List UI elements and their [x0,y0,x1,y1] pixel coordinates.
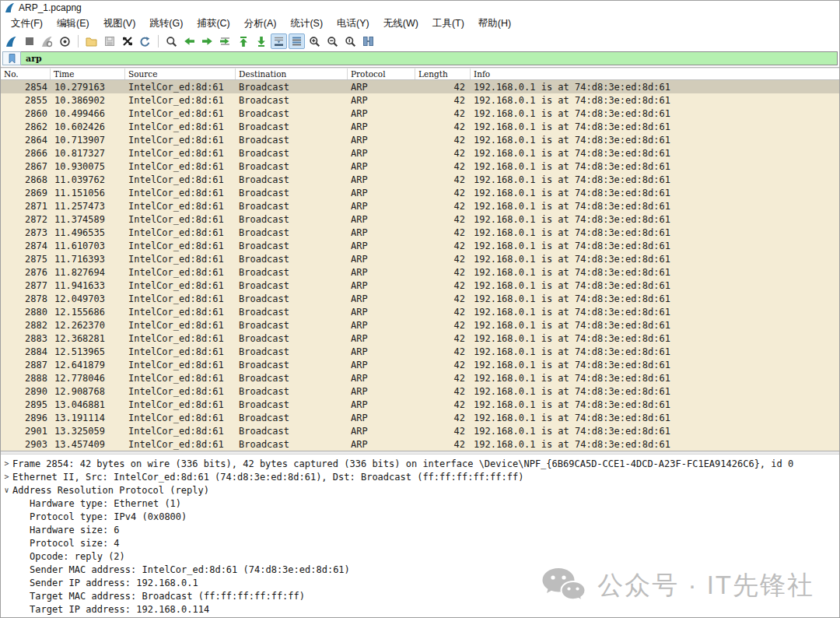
menu-item[interactable]: 跳转(G) [142,15,190,33]
cell-length: 42 [415,161,471,172]
start-capture-icon[interactable] [3,33,19,49]
close-file-icon[interactable] [119,33,135,49]
column-header-time[interactable]: Time [51,68,125,79]
packet-row[interactable]: 287311.496535IntelCor_ed:8d:61BroadcastA… [1,226,839,239]
reload-file-icon[interactable] [137,33,153,49]
capture-options-icon[interactable] [57,33,73,49]
cell-info: 192.168.0.1 is at 74:d8:3e:ed:8d:61 [471,121,839,132]
cell-length: 42 [415,293,471,304]
packet-row[interactable]: 287611.827694IntelCor_ed:8d:61BroadcastA… [1,265,839,279]
detail-line[interactable]: >Ethernet II, Src: IntelCor_ed:8d:61 (74… [1,470,839,483]
menu-item[interactable]: 无线(W) [376,15,425,33]
menu-item[interactable]: 视图(V) [96,15,143,33]
column-header-length[interactable]: Length [415,68,471,79]
packet-row[interactable]: 285410.279163IntelCor_ed:8d:61BroadcastA… [1,80,839,93]
packet-row[interactable]: 288412.513965IntelCor_ed:8d:61BroadcastA… [1,345,839,358]
packet-row[interactable]: 289513.046881IntelCor_ed:8d:61BroadcastA… [1,398,839,411]
column-header-info[interactable]: Info [471,68,839,79]
detail-line[interactable]: Opcode: reply (2) [1,550,839,563]
packet-row[interactable]: 287211.374589IntelCor_ed:8d:61BroadcastA… [1,212,839,226]
previous-packet-icon[interactable] [181,33,198,49]
menu-item[interactable]: 捕获(C) [190,15,236,33]
cell-time: 13.457409 [51,439,125,450]
packet-row[interactable]: 286710.930075IntelCor_ed:8d:61BroadcastA… [1,160,839,173]
cell-protocol: ARP [348,413,415,423]
save-file-icon[interactable] [101,33,117,49]
goto-packet-icon[interactable] [217,33,233,49]
toolbar-separator [78,35,79,47]
menu-item[interactable]: 工具(T) [425,15,471,33]
auto-scroll-icon[interactable] [271,33,287,49]
cell-destination: Broadcast [236,333,348,344]
detail-text: Protocol type: IPv4 (0x0800) [30,511,187,522]
detail-line[interactable]: Protocol type: IPv4 (0x0800) [1,510,839,523]
cell-info: 192.168.0.1 is at 74:d8:3e:ed:8d:61 [471,426,839,437]
display-filter-input[interactable]: arp [21,51,838,65]
zoom-out-icon[interactable] [324,33,341,49]
menu-item[interactable]: 编辑(E) [50,15,96,33]
find-packet-icon[interactable] [163,33,180,49]
watermark-text: 公众号 · IT先锋社 [597,568,814,603]
stop-capture-icon[interactable] [21,33,37,49]
packet-row[interactable]: 285510.386902IntelCor_ed:8d:61BroadcastA… [1,93,839,107]
detail-line[interactable]: Target IP address: 192.168.0.114 [1,602,839,616]
column-header-destination[interactable]: Destination [236,68,348,79]
column-header-no[interactable]: No. [1,68,51,79]
colorize-icon[interactable] [289,33,305,49]
chevron-right-icon[interactable]: > [1,472,12,481]
detail-line[interactable]: Hardware size: 6 [1,523,839,536]
menu-item[interactable]: 帮助(H) [471,15,518,33]
packet-row[interactable]: 290313.457409IntelCor_ed:8d:61BroadcastA… [1,437,839,451]
main-toolbar [1,32,839,51]
packet-row[interactable]: 288812.778046IntelCor_ed:8d:61BroadcastA… [1,371,839,384]
cell-source: IntelCor_ed:8d:61 [125,108,236,119]
packet-row[interactable]: 286410.713907IntelCor_ed:8d:61BroadcastA… [1,133,839,146]
restart-capture-icon[interactable] [39,33,55,49]
menu-item[interactable]: 电话(Y) [330,15,376,33]
column-header-source[interactable]: Source [125,68,236,79]
chevron-right-icon[interactable]: > [1,459,12,468]
packet-row[interactable]: 290113.325059IntelCor_ed:8d:61BroadcastA… [1,424,839,437]
zoom-original-icon[interactable] [342,33,359,49]
packet-row[interactable]: 287411.610703IntelCor_ed:8d:61BroadcastA… [1,239,839,252]
resize-columns-icon[interactable] [360,33,376,49]
packet-row[interactable]: 286811.039762IntelCor_ed:8d:61BroadcastA… [1,173,839,186]
cell-no: 2895 [1,399,51,410]
next-packet-icon[interactable] [199,33,215,49]
detail-line[interactable]: >Frame 2854: 42 bytes on wire (336 bits)… [1,457,839,470]
detail-text: Address Resolution Protocol (reply) [12,485,209,496]
detail-line[interactable]: Hardware type: Ethernet (1) [1,497,839,510]
packet-row[interactable]: 286210.602426IntelCor_ed:8d:61BroadcastA… [1,120,839,133]
packet-row[interactable]: 286911.151056IntelCor_ed:8d:61BroadcastA… [1,186,839,199]
cell-destination: Broadcast [236,413,348,423]
packet-row[interactable]: 287111.257473IntelCor_ed:8d:61BroadcastA… [1,199,839,212]
packet-row[interactable]: 289613.191114IntelCor_ed:8d:61BroadcastA… [1,411,839,424]
detail-line[interactable]: ∨Address Resolution Protocol (reply) [1,483,839,497]
detail-line[interactable]: Protocol size: 4 [1,536,839,550]
packet-row[interactable]: 287511.716393IntelCor_ed:8d:61BroadcastA… [1,252,839,265]
packet-row[interactable]: 288212.262370IntelCor_ed:8d:61BroadcastA… [1,318,839,332]
column-header-protocol[interactable]: Protocol [348,68,415,79]
cell-info: 192.168.0.1 is at 74:d8:3e:ed:8d:61 [471,307,839,318]
cell-info: 192.168.0.1 is at 74:d8:3e:ed:8d:61 [471,227,839,238]
packet-row[interactable]: 288312.368281IntelCor_ed:8d:61BroadcastA… [1,332,839,345]
menu-item[interactable]: 统计(S) [283,15,330,33]
chevron-down-icon[interactable]: ∨ [1,486,12,494]
cell-no: 2878 [1,293,51,304]
packet-row[interactable]: 286010.499466IntelCor_ed:8d:61BroadcastA… [1,107,839,120]
packet-row[interactable]: 287711.941633IntelCor_ed:8d:61BroadcastA… [1,279,839,292]
packet-row[interactable]: 288012.155686IntelCor_ed:8d:61BroadcastA… [1,305,839,318]
cell-source: IntelCor_ed:8d:61 [125,333,236,344]
zoom-in-icon[interactable] [306,33,323,49]
filter-bookmark-button[interactable] [2,51,21,65]
packet-row[interactable]: 287812.049703IntelCor_ed:8d:61BroadcastA… [1,292,839,305]
packet-row[interactable]: 289012.908768IntelCor_ed:8d:61BroadcastA… [1,384,839,398]
menu-item[interactable]: 文件(F) [4,15,50,33]
packet-row[interactable]: 288712.641879IntelCor_ed:8d:61BroadcastA… [1,358,839,371]
menu-item[interactable]: 分析(A) [237,15,284,33]
last-packet-icon[interactable] [253,33,269,49]
open-file-icon[interactable] [83,33,100,49]
cell-protocol: ARP [348,241,415,251]
first-packet-icon[interactable] [235,33,251,49]
packet-row[interactable]: 286610.817327IntelCor_ed:8d:61BroadcastA… [1,146,839,160]
